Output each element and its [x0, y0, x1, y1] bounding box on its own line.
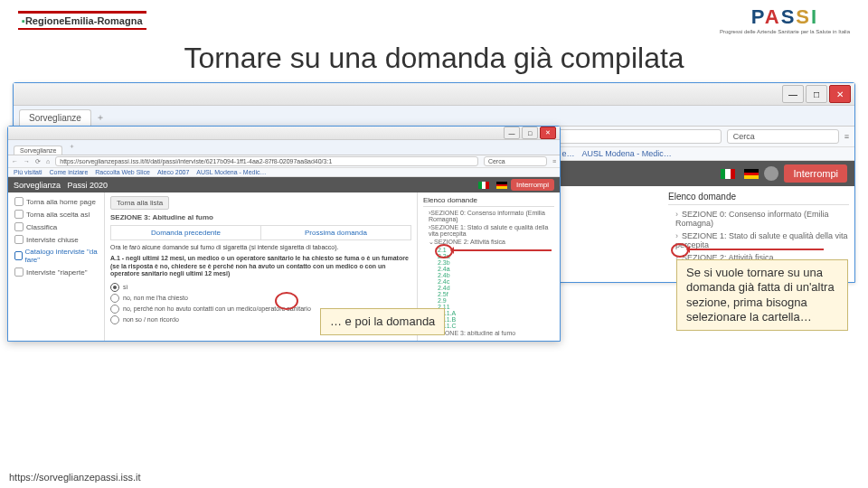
back-to-list-button[interactable]: Torna alla lista: [110, 196, 169, 210]
slide-title: Tornare su una domanda già compilata: [0, 42, 868, 75]
question-intro: Ora le farò alcune domande sul fumo di s…: [110, 244, 411, 251]
minimize-icon[interactable]: —: [782, 85, 804, 103]
footer-url: https://sorveglianzepassi.iss.it: [9, 472, 141, 483]
region-logo: ▪RegioneEmilia-Romagna: [18, 11, 146, 30]
browser-tab[interactable]: Sorveglianze: [19, 109, 91, 126]
arrow-icon: [688, 249, 824, 250]
user-icon[interactable]: [764, 166, 778, 181]
flag-it-icon[interactable]: [478, 182, 489, 189]
new-tab-icon[interactable]: ＋: [91, 109, 109, 126]
maximize-icon[interactable]: □: [806, 85, 827, 103]
flag-it-icon[interactable]: [721, 169, 735, 179]
arrow-icon: [452, 249, 552, 251]
radio-icon: [110, 283, 119, 292]
minimize-icon[interactable]: —: [504, 127, 520, 139]
flag-de-icon[interactable]: [496, 182, 507, 189]
radio-icon: [110, 294, 119, 303]
radio-icon: [110, 305, 119, 314]
callout-1: … e poi la domanda: [320, 308, 445, 335]
callout-2: Se si vuole tornare su una domanda già f…: [676, 259, 848, 331]
question-text: A.1 - negli ultimi 12 mesi, un medico o …: [110, 255, 409, 277]
next-question-button[interactable]: Prossima domanda: [261, 226, 410, 239]
option-row[interactable]: sì: [110, 282, 411, 293]
close-icon[interactable]: ✕: [829, 85, 851, 103]
interrupt-button[interactable]: Interrompi: [784, 164, 847, 183]
prev-question-button[interactable]: Domanda precedente: [111, 226, 261, 239]
search-box[interactable]: Cerca: [727, 129, 839, 144]
passi-logo: PASSI Progressi delle Aziende Sanitarie …: [720, 5, 850, 34]
radio-icon: [110, 315, 119, 324]
close-icon[interactable]: ✕: [540, 127, 556, 139]
highlight-circle: [275, 292, 298, 310]
interrupt-button[interactable]: Interrompi: [511, 179, 554, 191]
maximize-icon[interactable]: □: [522, 127, 538, 139]
flag-de-icon[interactable]: [744, 169, 759, 179]
sidebar-front: Torna alla home page Torna alla scelta a…: [8, 192, 105, 341]
address-bar[interactable]: https://sorveglianzepassi.iss.it/it/dati…: [55, 156, 478, 166]
menu-icon[interactable]: ≡: [844, 132, 849, 141]
